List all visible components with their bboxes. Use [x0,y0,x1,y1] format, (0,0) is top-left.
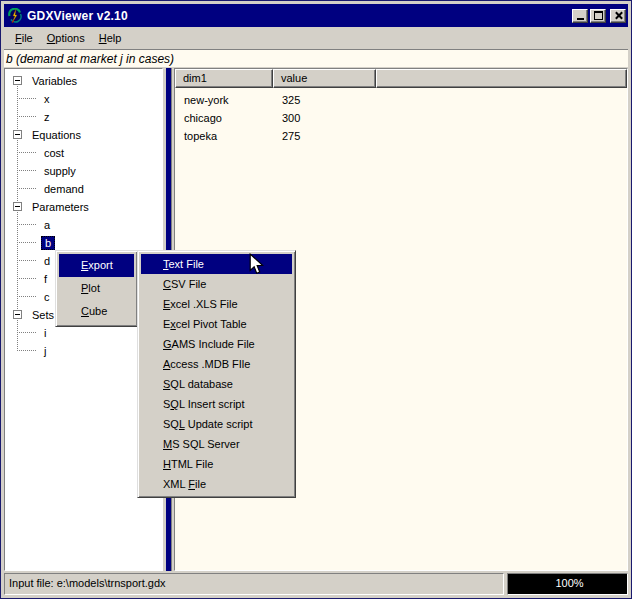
cell-dim1: topeka [175,130,273,142]
tree-branch-line [17,170,36,171]
app-window: GDXViewer v2.10 File Options Help b (dem… [0,0,632,599]
tree-item-label[interactable]: demand [41,182,87,196]
export-submenu-item[interactable]: SQL Insert script [141,394,292,414]
symbol-description-label: b (demand at market j in cases) [4,49,628,67]
tree-branch-line [17,152,36,153]
window-title: GDXViewer v2.10 [27,9,570,23]
tree-branch-line [17,242,36,243]
tree-item-label[interactable]: z [41,110,53,124]
tree-branch-line [17,260,36,261]
tree-row[interactable]: z [5,108,162,126]
tree-row[interactable]: Variables [5,72,162,90]
tree-row[interactable]: cost [5,144,162,162]
export-submenu-item[interactable]: GAMS Include File [141,334,292,354]
cell-dim1: new-york [175,94,273,106]
table-header-row: dim1 value [175,69,627,88]
context-menu-item[interactable]: Plot [59,277,134,300]
tree-item-label[interactable]: i [41,326,49,340]
table-row[interactable]: topeka 275 [175,127,627,145]
tree-row[interactable]: supply [5,162,162,180]
tree-branch-line [17,332,36,333]
status-input-file: Input file: e:\models\trnsport.gdx [4,573,504,595]
export-submenu: Text File CSV File Excel .XLS File Excel… [137,250,296,498]
tree-item-label[interactable]: b [41,236,55,250]
table-column-header[interactable] [376,69,627,88]
export-submenu-item[interactable]: Excel Pivot Table [141,314,292,334]
tree-branch-line [17,350,36,351]
tree-item-label[interactable]: Variables [29,74,80,88]
tree-branch-line [17,188,36,189]
tree-branch-line [17,296,36,297]
app-logo-icon [7,8,23,24]
maximize-button[interactable] [590,9,606,23]
export-submenu-item[interactable]: Excel .XLS File [141,294,292,314]
table-column-header[interactable]: value [273,69,376,88]
cell-dim1: chicago [175,112,273,124]
context-menu: Export Plot Cube [55,250,138,327]
tree-row[interactable]: demand [5,180,162,198]
cell-value: 300 [273,112,376,124]
minimize-button[interactable] [572,9,588,23]
menubar-item[interactable]: Options [40,30,92,46]
tree-row[interactable]: Parameters [5,198,162,216]
tree-item-label[interactable]: supply [41,164,79,178]
tree-row[interactable]: Equations [5,126,162,144]
collapse-minus-icon[interactable] [13,310,22,319]
cell-value: 325 [273,94,376,106]
context-menu-item[interactable]: Export [59,254,134,277]
export-submenu-item[interactable]: Text File [141,254,292,274]
table-row[interactable]: chicago 300 [175,109,627,127]
tree-branch-line [17,278,36,279]
tree-item-label[interactable]: x [41,92,53,106]
tree-item-label[interactable]: Equations [29,128,84,142]
tree-item-label[interactable]: f [41,272,50,286]
statusbar: Input file: e:\models\trnsport.gdx 100% [4,573,628,595]
export-submenu-item[interactable]: CSV File [141,274,292,294]
table-column-header[interactable]: dim1 [175,69,273,88]
tree-item-label[interactable]: Parameters [29,200,92,214]
tree-item-label[interactable]: j [41,344,49,358]
export-submenu-item[interactable]: SQL Update script [141,414,292,434]
collapse-minus-icon[interactable] [13,130,22,139]
menubar-item[interactable]: File [8,30,40,46]
arrow-cursor-icon [247,253,265,275]
tree-item-label[interactable]: c [41,290,53,304]
tree-row[interactable]: x [5,90,162,108]
maximize-icon [594,11,603,20]
context-menu-item[interactable]: Cube [59,300,134,323]
table-body: new-york 325 chicago 300 topeka 275 [175,91,627,145]
tree-row[interactable]: a [5,216,162,234]
cell-value: 275 [273,130,376,142]
tree-branch-line [17,98,36,99]
menubar: File Options Help [4,27,628,49]
table-row[interactable]: new-york 325 [175,91,627,109]
export-submenu-item[interactable]: XML File [141,474,292,494]
menubar-item[interactable]: Help [92,30,129,46]
minimize-icon [577,18,584,20]
export-submenu-item[interactable]: Access .MDB FIle [141,354,292,374]
export-submenu-item[interactable]: HTML File [141,454,292,474]
tree-item-label[interactable]: cost [41,146,67,160]
close-icon [614,11,623,20]
collapse-minus-icon[interactable] [13,202,22,211]
tree-branch-line [17,224,36,225]
collapse-minus-icon[interactable] [13,76,22,85]
tree-item-label[interactable]: a [41,218,53,232]
close-button[interactable] [610,9,626,23]
export-submenu-item[interactable]: MS SQL Server [141,434,292,454]
tree-branch-line [17,116,36,117]
tree-item-label[interactable]: d [41,254,53,268]
tree-item-label[interactable]: Sets [29,308,57,322]
export-submenu-item[interactable]: SQL database [141,374,292,394]
titlebar[interactable]: GDXViewer v2.10 [4,4,628,27]
progress-bar: 100% [507,573,628,595]
